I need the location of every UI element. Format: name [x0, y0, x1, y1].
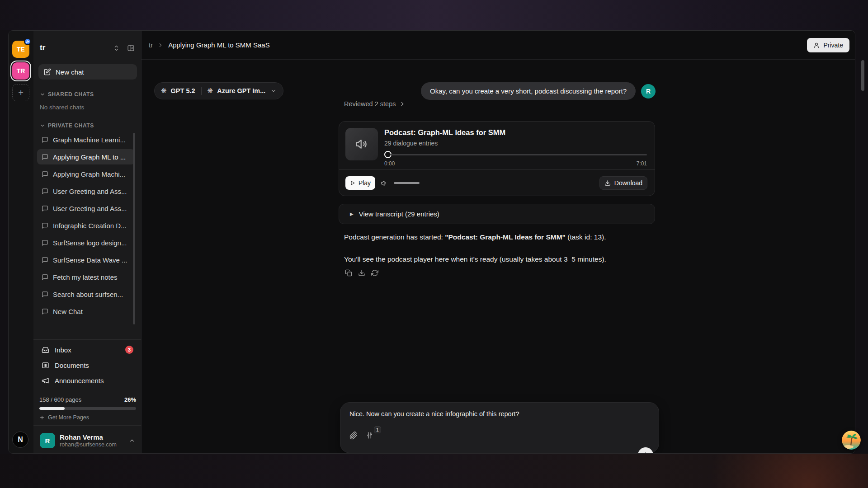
chat-title: Graph Machine Learni...: [53, 136, 126, 144]
chevron-down-icon: [40, 123, 45, 128]
chat-title: User Greeting and Ass...: [53, 188, 127, 195]
chevron-up-icon: [129, 437, 135, 444]
caret-right-icon: ▶: [350, 211, 354, 216]
pages-usage-text: 158 / 600 pages: [39, 396, 81, 403]
chat-title: New Chat: [53, 308, 83, 315]
download-label: Download: [614, 179, 642, 187]
podcast-entries-count: 29 dialogue entries: [384, 140, 438, 147]
sidebar-item-announcements[interactable]: Announcements: [37, 373, 138, 388]
documents-icon: [42, 361, 49, 369]
n-logo-button[interactable]: N: [12, 432, 28, 448]
message-composer[interactable]: Nice. Now can you create a nice infograp…: [340, 402, 659, 453]
announcements-label: Announcements: [55, 377, 104, 385]
message-actions: [345, 269, 378, 277]
openai-logo-icon: ❋: [208, 87, 213, 95]
attach-file-icon[interactable]: [349, 432, 358, 441]
message-square-icon: [42, 222, 48, 229]
model-selector[interactable]: ❋ GPT 5.2 ❋ Azure GPT Im...: [154, 82, 283, 99]
workspace-tr-active[interactable]: TR: [12, 62, 29, 80]
sidebar-item-documents[interactable]: Documents: [37, 357, 138, 373]
pages-progress-fill: [39, 407, 65, 410]
new-chat-button[interactable]: New chat: [38, 64, 137, 80]
reviewed-steps-label: Reviewed 2 steps: [344, 100, 396, 108]
sidebar-divider: [33, 425, 142, 426]
shared-chats-section-header[interactable]: SHARED CHATS: [40, 91, 94, 98]
volume-icon[interactable]: [381, 179, 388, 189]
get-more-pages-label: Get More Pages: [48, 414, 89, 421]
send-button[interactable]: [638, 447, 653, 454]
chat-list-item[interactable]: SurfSense Data Wave ...: [37, 252, 135, 267]
sidebar-header: tr: [40, 42, 135, 54]
download-icon[interactable]: [358, 269, 365, 277]
chat-list-item[interactable]: User Greeting and Ass...: [37, 201, 135, 216]
view-transcript-accordion[interactable]: ▶ View transcript (29 entries): [339, 204, 655, 224]
assistant-message-line2: You’ll see the podcast player here when …: [344, 254, 656, 264]
sidebar-divider: [33, 339, 142, 340]
assistant-text: (task id: 13).: [566, 233, 606, 241]
primary-model-label: GPT 5.2: [171, 87, 195, 94]
chat-list-item[interactable]: Applying Graph Machi...: [37, 166, 135, 182]
chat-title: Search about surfsen...: [53, 291, 123, 298]
app-window: TE TR + N tr: [8, 30, 855, 454]
sidebar-item-inbox[interactable]: Inbox 3: [37, 342, 138, 357]
message-square-icon: [42, 257, 48, 263]
user-message-avatar: R: [641, 84, 656, 99]
seek-track[interactable]: [391, 154, 647, 155]
chat-list-item[interactable]: User Greeting and Ass...: [37, 183, 135, 199]
user-message-bubble: Okay, can you create a very short, podca…: [421, 82, 636, 100]
chat-list-scrollbar[interactable]: [133, 133, 135, 324]
chat-list-item[interactable]: New Chat: [37, 304, 135, 319]
sources-count-badge: 1: [374, 426, 381, 433]
chat-list-item[interactable]: Search about surfsen...: [37, 286, 135, 302]
main-area: tr Applying Graph ML to SMM SaaS Private…: [142, 31, 855, 453]
assistant-message-line1: Podcast generation has started: "Podcast…: [344, 232, 656, 242]
user-menu[interactable]: R Rohan Verma rohan@surfsense.com: [37, 429, 138, 452]
visibility-private-button[interactable]: Private: [807, 38, 849, 52]
speaker-icon: [355, 137, 368, 151]
chevron-right-icon: [399, 101, 406, 107]
private-chats-section-header[interactable]: PRIVATE CHATS: [40, 122, 94, 129]
megaphone-icon: [42, 377, 49, 385]
chevron-down-icon: [270, 88, 277, 94]
chat-list-item[interactable]: Infographic Creation D...: [37, 218, 135, 233]
inbox-count-badge: 3: [125, 346, 133, 354]
reviewed-steps-toggle[interactable]: Reviewed 2 steps: [344, 100, 406, 108]
pages-usage-percent: 26%: [124, 396, 136, 403]
assistant-text-bold: "Podcast: Graph-ML Ideas for SMM": [445, 233, 566, 241]
collapse-sidebar-icon[interactable]: [127, 44, 135, 52]
sidebar: tr New chat SHARED CHATS No shared chats…: [33, 31, 142, 453]
copy-icon[interactable]: [345, 269, 352, 277]
chat-title: Infographic Creation D...: [53, 222, 127, 230]
volume-slider[interactable]: [394, 182, 420, 184]
desktop-background-top: [0, 0, 868, 30]
chat-list-item[interactable]: Fetch my latest notes: [37, 269, 135, 285]
composer-input[interactable]: Nice. Now can you create a nice infograp…: [349, 410, 648, 418]
message-square-icon: [42, 308, 48, 315]
sources-connectors-icon[interactable]: [366, 432, 373, 441]
people-badge-icon: [24, 38, 31, 45]
inbox-label: Inbox: [55, 346, 71, 354]
breadcrumb-workspace[interactable]: tr: [149, 41, 153, 49]
workspace-switcher-icon[interactable]: [113, 45, 120, 52]
workspace-tr-label: TR: [17, 67, 25, 75]
page-scrollbar[interactable]: [861, 60, 864, 91]
get-more-pages-button[interactable]: Get More Pages: [39, 414, 89, 421]
user-message-row: Okay, can you create a very short, podca…: [339, 82, 656, 100]
palm-sticker-widget[interactable]: [842, 431, 861, 450]
pill-divider: [201, 87, 202, 95]
chat-list-item[interactable]: Graph Machine Learni...: [37, 132, 135, 147]
play-button[interactable]: Play: [345, 176, 375, 190]
workspace-rail: TE TR + N: [9, 31, 33, 453]
shared-chats-empty-text: No shared chats: [40, 104, 84, 111]
download-button[interactable]: Download: [599, 176, 647, 190]
chevron-down-icon: [40, 92, 45, 97]
chat-list-item-active[interactable]: Applying Graph ML to ...: [37, 149, 135, 164]
private-chats-label: PRIVATE CHATS: [48, 122, 94, 129]
chat-list-item[interactable]: SurfSense logo design...: [37, 235, 135, 250]
regenerate-icon[interactable]: [371, 269, 378, 277]
desktop-background-bottom: [0, 454, 868, 488]
add-workspace-button[interactable]: +: [12, 84, 29, 101]
podcast-seek-slider[interactable]: [384, 150, 647, 159]
usage-row: 158 / 600 pages 26%: [39, 396, 136, 403]
user-name: Rohan Verma: [60, 433, 117, 441]
